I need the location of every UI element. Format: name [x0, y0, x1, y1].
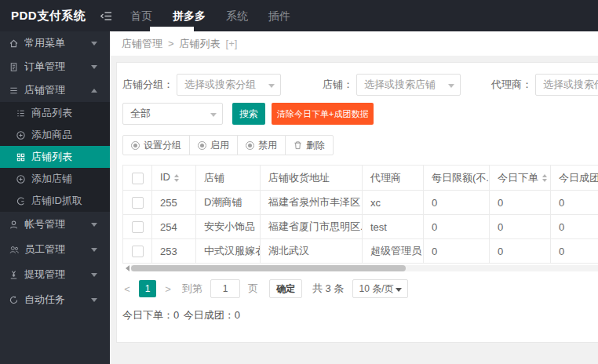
cell-today-orders: 0 [490, 239, 551, 264]
table-row: 255 D潮商铺 福建省泉州市丰泽区 xc 0 0 0 [123, 191, 598, 215]
current-page-button[interactable]: 1 [139, 280, 156, 297]
shop-select[interactable]: 选择或搜索店铺 [356, 74, 461, 96]
agent-select[interactable]: 选择或搜索代理 [535, 74, 598, 96]
sidebar-item-withdrawals[interactable]: 提现管理 [0, 262, 110, 287]
trash-icon [294, 140, 302, 150]
cell-daily-limit: 0 [424, 239, 490, 264]
sidebar-item-shop-id-capture[interactable]: 店铺ID抓取 [0, 190, 110, 212]
scroll-left-arrow-icon[interactable] [122, 265, 129, 271]
group-filter-label: 店铺分组： [122, 78, 173, 92]
sidebar-item-product-list[interactable]: 商品列表 [0, 102, 110, 124]
column-header-agent: 代理商 [363, 166, 424, 191]
search-button[interactable]: 搜索 [232, 103, 265, 125]
sidebar-item-label: 自动任务 [24, 293, 65, 307]
delete-label: 删除 [306, 139, 325, 152]
chevron-down-icon [91, 223, 97, 230]
sidebar-item-label: 添加商品 [31, 128, 72, 142]
row-checkbox[interactable] [132, 197, 144, 209]
sort-icon[interactable] [174, 172, 179, 184]
select-all-checkbox[interactable] [132, 173, 144, 184]
group-select[interactable]: 选择或搜索分组 [177, 74, 281, 96]
cell-agent: xc [363, 191, 424, 215]
clear-today-data-button[interactable]: 清除今日下单+成团数据 [272, 103, 374, 125]
column-header-id[interactable]: ID [152, 166, 196, 191]
agent-select-placeholder: 选择或搜索代理 [543, 78, 598, 92]
sidebar-item-accounts[interactable]: 帐号管理 [0, 212, 110, 237]
next-page-button[interactable]: > [163, 283, 173, 295]
set-group-label: 设置分组 [144, 139, 181, 152]
sidebar-item-label: 添加店铺 [31, 172, 72, 186]
sidebar-item-label: 员工管理 [24, 242, 65, 257]
page-number-input[interactable] [210, 279, 240, 298]
cell-today-orders: 0 [490, 215, 551, 239]
totals-summary: 今日下单：0 今日成团：0 [122, 308, 598, 322]
plus-circle-icon [15, 129, 27, 140]
row-checkbox[interactable] [132, 221, 144, 233]
g-capture-icon [15, 195, 27, 206]
page-size-select[interactable]: 10 条/页 [352, 279, 408, 298]
sidebar: 常用菜单 订单管理 店铺管理 商品列表 添加商品 店铺列表 [0, 31, 110, 364]
sidebar-collapse-icon[interactable] [100, 11, 112, 21]
column-header-today-groups[interactable]: 今日成团 [551, 166, 598, 191]
cell-today-orders: 0 [490, 191, 551, 215]
sidebar-submenu-shops: 商品列表 添加商品 店铺列表 添加店铺 店铺ID抓取 [0, 102, 110, 212]
sidebar-item-label: 常用菜单 [24, 36, 65, 50]
today-orders-total: 今日下单：0 [122, 309, 179, 321]
chevron-down-icon [91, 42, 97, 49]
sidebar-item-shop-list[interactable]: 店铺列表 [0, 146, 110, 168]
sidebar-item-shops[interactable]: 店铺管理 [0, 78, 110, 102]
column-header-daily-limit: 每日限额(不... [424, 166, 490, 191]
column-header-shop: 店铺 [196, 166, 261, 191]
delete-button[interactable]: 删除 [285, 135, 334, 155]
table-header-row: ID 店铺 店铺收货地址 代理商 每日限额(不... 今日下单 今日成团 [123, 166, 598, 191]
chevron-down-icon [91, 248, 97, 255]
status-select-value: 全部 [130, 107, 151, 121]
select-all-cell [123, 166, 152, 191]
disable-button[interactable]: 禁用 [237, 135, 286, 155]
total-count-label: 共 3 条 [312, 282, 344, 296]
set-group-button[interactable]: 设置分组 [122, 135, 190, 155]
user-icon [8, 219, 20, 230]
prev-page-button[interactable]: < [122, 283, 132, 295]
scrollbar-thumb[interactable] [131, 265, 406, 271]
cell-shop: 安安小饰品 [196, 215, 261, 239]
home-icon [8, 38, 20, 49]
breadcrumb-open-new-tab[interactable]: [+] [226, 38, 238, 49]
breadcrumb-separator: > [168, 38, 174, 49]
sidebar-item-orders[interactable]: 订单管理 [0, 55, 110, 78]
shop-list-panel: 店铺分组： 选择或搜索分组 店铺： 选择或搜索店铺 代理商： 选择或搜索代理 全… [116, 62, 598, 343]
radio-icon [131, 141, 140, 150]
breadcrumb-page: 店铺列表 [180, 37, 221, 51]
chevron-down-icon [396, 288, 402, 295]
column-header-address: 店铺收货地址 [261, 166, 363, 191]
app-window: PDD支付系统 首页 拼多多 系统 插件 常用菜单 订单管理 店铺管理 [0, 0, 598, 364]
list-icon [15, 107, 27, 118]
breadcrumb-section[interactable]: 店铺管理 [122, 37, 162, 51]
status-select[interactable]: 全部 [122, 103, 223, 125]
sidebar-item-common-menu[interactable]: 常用菜单 [0, 31, 110, 55]
sidebar-item-staff[interactable]: 员工管理 [0, 237, 110, 262]
enable-label: 启用 [210, 139, 229, 152]
column-header-today-orders[interactable]: 今日下单 [490, 166, 551, 191]
page-size-value: 10 条/页 [359, 282, 393, 296]
chevron-down-icon [210, 113, 217, 120]
goto-page-label: 到第 [182, 282, 202, 296]
shop-select-placeholder: 选择或搜索店铺 [364, 78, 436, 92]
cell-agent: 超级管理员 [363, 239, 424, 264]
sort-icon[interactable] [542, 172, 547, 184]
row-checkbox[interactable] [132, 246, 144, 257]
sidebar-item-auto-tasks[interactable]: 自动任务 [0, 287, 110, 312]
sidebar-item-add-product[interactable]: 添加商品 [0, 124, 110, 146]
nav-item-system[interactable]: 系统 [216, 0, 258, 31]
chevron-up-icon [91, 86, 97, 93]
sidebar-item-add-shop[interactable]: 添加店铺 [0, 168, 110, 190]
chevron-down-icon [91, 65, 97, 72]
withdraw-icon [8, 269, 20, 280]
enable-button[interactable]: 启用 [189, 135, 238, 155]
confirm-page-button[interactable]: 确定 [269, 279, 302, 298]
cell-daily-limit: 0 [424, 191, 490, 215]
table-row: 254 安安小饰品 福建省厦门市思明区... test 0 0 0 [123, 215, 598, 239]
nav-item-plugins[interactable]: 插件 [258, 0, 301, 31]
chevron-down-icon [91, 273, 97, 280]
users-icon [8, 244, 20, 255]
